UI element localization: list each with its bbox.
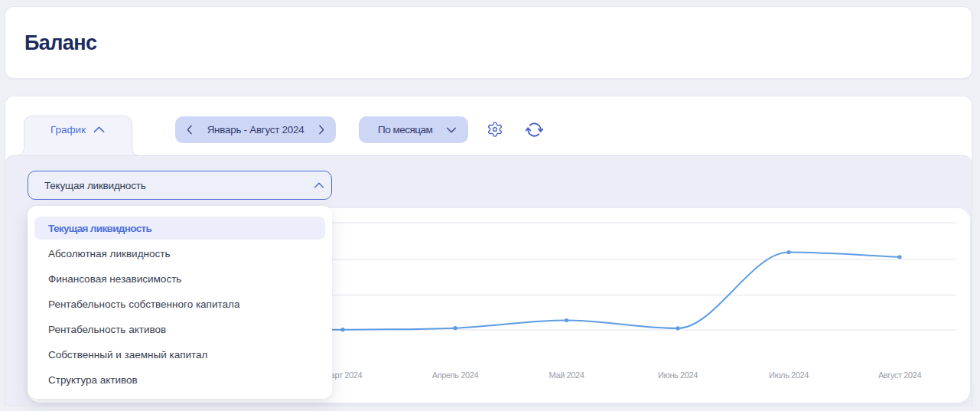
svg-text:Август 2024: Август 2024	[878, 370, 922, 380]
svg-text:Июнь 2024: Июнь 2024	[658, 370, 698, 380]
svg-text:Июль 2024: Июль 2024	[769, 370, 809, 380]
svg-text:Апрель 2024: Апрель 2024	[432, 370, 479, 380]
svg-text:Май 2024: Май 2024	[549, 370, 584, 380]
